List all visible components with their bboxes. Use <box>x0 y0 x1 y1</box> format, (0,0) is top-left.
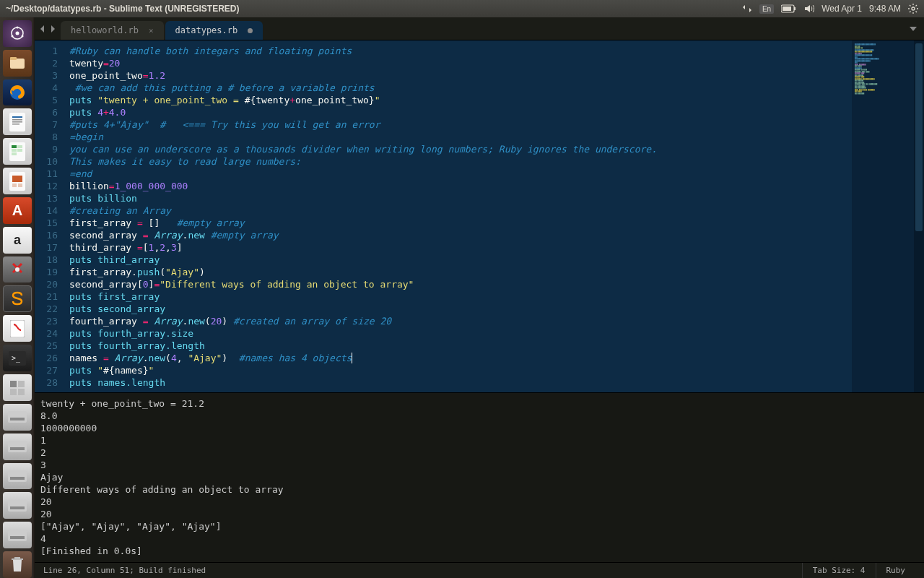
svg-rect-43 <box>8 530 27 541</box>
minimap[interactable]: ████████████████████████ ███ ██ ██████ █… <box>852 40 924 392</box>
svg-rect-1 <box>794 7 796 10</box>
battery-icon[interactable] <box>781 4 797 13</box>
svg-rect-20 <box>12 149 17 152</box>
svg-rect-32 <box>18 381 25 387</box>
launcher-impress[interactable] <box>3 168 32 194</box>
clock-date[interactable]: Wed Apr 1 <box>821 4 862 14</box>
svg-rect-2 <box>783 7 791 11</box>
tab-bar: helloworld.rb × datatypes.rb <box>35 17 924 40</box>
svg-rect-34 <box>18 389 25 395</box>
gear-icon[interactable] <box>908 4 918 14</box>
vertical-scrollbar[interactable] <box>914 40 924 392</box>
launcher-dash[interactable] <box>3 20 32 47</box>
launcher-drive-3[interactable] <box>3 463 32 490</box>
launcher-software[interactable]: A <box>3 197 32 224</box>
svg-rect-13 <box>12 116 22 118</box>
svg-rect-21 <box>17 149 22 152</box>
svg-rect-41 <box>8 500 27 512</box>
sound-icon[interactable] <box>804 4 814 14</box>
launcher-drive-5[interactable] <box>3 522 32 548</box>
svg-rect-28 <box>10 320 25 337</box>
svg-rect-24 <box>12 176 22 182</box>
svg-rect-19 <box>17 145 22 148</box>
status-bar: Line 26, Column 51; Build finished Tab S… <box>35 562 924 578</box>
sublime-editor: helloworld.rb × datatypes.rb 12345678910… <box>35 17 924 578</box>
tab-dirty-icon <box>248 28 253 33</box>
svg-rect-39 <box>8 470 27 482</box>
tab-label: datatypes.rb <box>175 25 238 35</box>
launcher-files[interactable] <box>3 50 32 77</box>
keyboard-indicator[interactable]: En <box>759 4 774 14</box>
nav-back-icon[interactable] <box>39 22 46 35</box>
clock-time[interactable]: 9:48 AM <box>869 4 901 14</box>
tab-helloworld[interactable]: helloworld.rb × <box>61 21 164 40</box>
svg-rect-25 <box>12 184 17 187</box>
svg-rect-31 <box>10 381 17 387</box>
network-icon[interactable] <box>742 4 752 14</box>
svg-text:>_: >_ <box>12 354 21 363</box>
launcher-drive-1[interactable] <box>3 404 32 431</box>
launcher-firefox[interactable] <box>3 79 32 106</box>
line-gutter: 1234567891011121314151617181920212223242… <box>35 40 64 392</box>
unity-launcher: A a >_ <box>0 17 35 578</box>
status-position: Line 26, Column 51; Build finished <box>43 566 206 575</box>
close-icon[interactable]: × <box>149 26 154 35</box>
svg-rect-46 <box>12 558 23 560</box>
launcher-drive-4[interactable] <box>3 492 32 519</box>
tab-datatypes[interactable]: datatypes.rb <box>165 21 263 40</box>
svg-rect-42 <box>10 506 25 509</box>
svg-point-6 <box>17 27 19 29</box>
svg-rect-14 <box>12 119 22 121</box>
launcher-workspaces[interactable] <box>3 374 32 401</box>
svg-rect-9 <box>10 59 25 69</box>
text-cursor <box>352 353 352 363</box>
status-syntax[interactable]: Ruby <box>876 563 916 578</box>
svg-rect-16 <box>12 124 19 125</box>
os-menu-bar: ~/Desktop/datatypes.rb - Sublime Text (U… <box>0 0 924 17</box>
tab-menu-icon[interactable] <box>910 22 924 40</box>
launcher-settings[interactable] <box>3 256 32 283</box>
window-title: ~/Desktop/datatypes.rb - Sublime Text (U… <box>6 4 240 14</box>
svg-point-5 <box>16 32 19 35</box>
svg-point-8 <box>22 35 24 38</box>
code-area[interactable]: 1234567891011121314151617181920212223242… <box>35 40 924 392</box>
nav-forward-icon[interactable] <box>49 22 56 35</box>
svg-rect-40 <box>10 477 25 480</box>
launcher-evince[interactable] <box>3 315 32 342</box>
launcher-calc[interactable] <box>3 138 32 165</box>
svg-rect-44 <box>10 536 25 539</box>
launcher-drive-2[interactable] <box>3 434 32 460</box>
svg-rect-15 <box>12 121 22 123</box>
svg-rect-36 <box>10 418 25 420</box>
svg-rect-35 <box>8 411 27 423</box>
launcher-writer[interactable] <box>3 108 32 135</box>
launcher-trash[interactable] <box>3 551 32 578</box>
svg-point-3 <box>912 7 915 10</box>
launcher-terminal[interactable]: >_ <box>3 345 32 371</box>
svg-rect-33 <box>10 389 17 395</box>
svg-rect-26 <box>18 184 22 187</box>
launcher-amazon[interactable]: a <box>3 227 32 254</box>
status-tabsize[interactable]: Tab Size: 4 <box>802 563 876 578</box>
svg-point-7 <box>12 35 14 38</box>
svg-rect-22 <box>12 152 17 155</box>
svg-rect-10 <box>10 57 17 60</box>
svg-rect-37 <box>8 441 27 452</box>
svg-rect-38 <box>10 447 25 450</box>
svg-rect-18 <box>12 145 17 148</box>
svg-point-27 <box>15 267 19 272</box>
launcher-sublime[interactable] <box>3 285 32 312</box>
scrollbar-thumb[interactable] <box>915 43 923 231</box>
code-content[interactable]: #Ruby can handle both integars and float… <box>64 40 852 392</box>
tab-label: helloworld.rb <box>71 25 139 35</box>
build-output-panel[interactable]: twenty + one_point_two = 21.2 8.0 100000… <box>35 392 924 562</box>
